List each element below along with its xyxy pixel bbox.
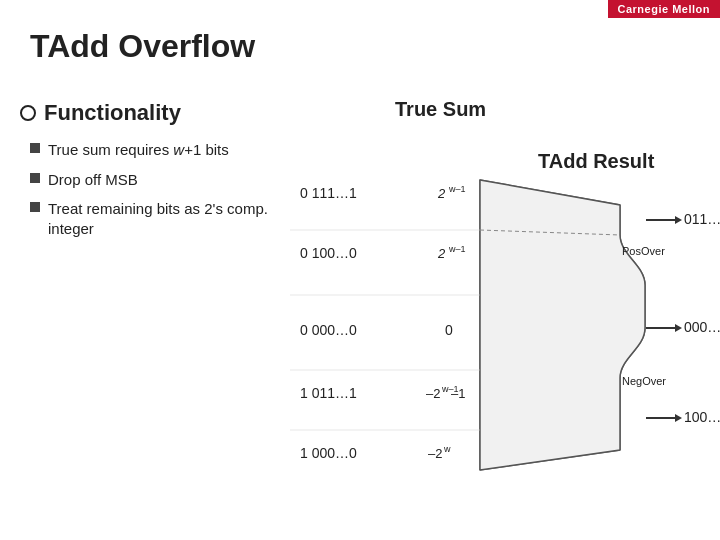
ts-val-3: 0 000…0 xyxy=(300,322,357,338)
ts-val-4: 1 011…1 xyxy=(300,385,357,401)
negover-label: NegOver xyxy=(622,375,666,387)
list-item: True sum requires w+1 bits xyxy=(30,140,300,160)
mid-val-1-sup: w–1 xyxy=(448,184,466,194)
mid-val-1: 2 xyxy=(437,186,446,201)
bullet-text-2: Drop off MSB xyxy=(48,170,138,190)
circle-bullet xyxy=(20,105,36,121)
mid-val-5: –2 xyxy=(428,446,442,461)
square-bullet xyxy=(30,173,40,183)
mid-val-2: 2 xyxy=(437,246,446,261)
arrow-1 xyxy=(675,216,682,224)
mid-val-4-b: –1 xyxy=(451,386,465,401)
list-item: Treat remaining bits as 2's comp. intege… xyxy=(30,199,300,238)
list-item: Drop off MSB xyxy=(30,170,300,190)
cmu-logo: Carnegie Mellon xyxy=(608,0,720,18)
bullet-text-3: Treat remaining bits as 2's comp. intege… xyxy=(48,199,300,238)
res-val-3: 100…0 xyxy=(684,409,720,425)
mid-val-2-sup: w–1 xyxy=(448,244,466,254)
arrow-3 xyxy=(675,414,682,422)
ts-val-5: 1 000…0 xyxy=(300,445,357,461)
bullet-list: True sum requires w+1 bits Drop off MSB … xyxy=(20,140,300,238)
diagram-area: True Sum TAdd Result 0 111…1 0 100…0 0 0… xyxy=(290,80,720,510)
square-bullet xyxy=(30,143,40,153)
mid-val-3: 0 xyxy=(445,322,453,338)
bullet-text-1: True sum requires w+1 bits xyxy=(48,140,229,160)
res-val-2: 000…0 xyxy=(684,319,720,335)
page-title: TAdd Overflow xyxy=(30,28,255,65)
ts-val-1: 0 111…1 xyxy=(300,185,357,201)
posover-label: PosOver xyxy=(622,245,665,257)
res-val-1: 011…1 xyxy=(684,211,720,227)
left-panel: Functionality True sum requires w+1 bits… xyxy=(20,100,300,248)
square-bullet xyxy=(30,202,40,212)
overflow-diagram: 0 111…1 0 100…0 0 000…0 1 011…1 1 000…0 … xyxy=(290,80,720,510)
mid-val-5-sup: w xyxy=(443,444,451,454)
section-title: Functionality xyxy=(44,100,181,126)
arrow-2 xyxy=(675,324,682,332)
section-header: Functionality xyxy=(20,100,300,126)
ts-val-2: 0 100…0 xyxy=(300,245,357,261)
mid-val-4: –2 xyxy=(426,386,440,401)
